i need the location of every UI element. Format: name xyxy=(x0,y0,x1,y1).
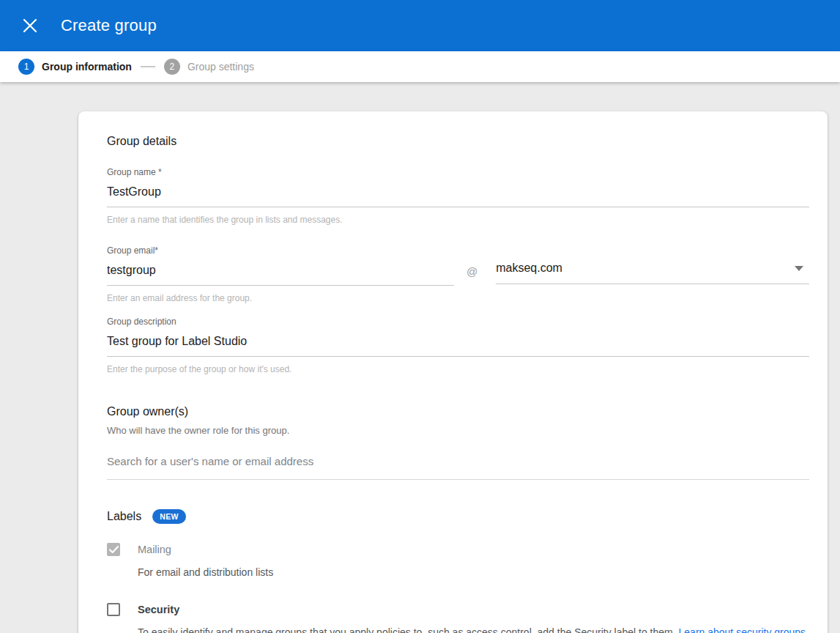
stepper: 1 Group information 2 Group settings xyxy=(0,51,840,82)
step-group-settings[interactable]: 2 Group settings xyxy=(164,59,254,75)
mailing-label-row: Mailing For email and distribution lists xyxy=(107,541,809,580)
owner-search-input[interactable] xyxy=(107,455,809,480)
group-owners-section: Group owner(s) Who will have the owner r… xyxy=(107,405,809,480)
domain-select[interactable]: makseq.com xyxy=(496,262,809,284)
group-description-label: Group description xyxy=(107,316,809,327)
step-1-label: Group information xyxy=(42,61,132,73)
group-name-input[interactable] xyxy=(107,185,809,207)
step-group-information[interactable]: 1 Group information xyxy=(18,59,132,75)
domain-value: makseq.com xyxy=(496,262,562,275)
group-name-helper: Enter a name that identifies the group i… xyxy=(107,215,809,225)
step-2-label: Group settings xyxy=(187,61,254,73)
close-icon[interactable] xyxy=(15,11,45,40)
security-label-row: Security To easily identify and manage g… xyxy=(107,601,809,633)
mailing-checkbox xyxy=(107,543,120,556)
group-email-label: Group email* xyxy=(107,245,454,256)
content-area: Group details Group name * Enter a name … xyxy=(0,82,840,633)
group-email-row: Group email* Enter an email address for … xyxy=(107,245,809,303)
group-description-field: Group description Enter the purpose of t… xyxy=(107,316,809,374)
group-name-field: Group name * Enter a name that identifie… xyxy=(107,167,809,225)
page-title: Create group xyxy=(61,16,157,35)
security-checkbox[interactable] xyxy=(107,603,120,616)
group-description-helper: Enter the purpose of the group or how it… xyxy=(107,364,809,374)
group-details-title: Group details xyxy=(107,135,809,148)
group-email-field: Group email* Enter an email address for … xyxy=(107,245,454,303)
chevron-down-icon xyxy=(795,266,803,271)
checkmark-icon xyxy=(109,546,119,554)
labels-section: Labels NEW Mailing For email and distrib… xyxy=(107,509,809,633)
step-separator xyxy=(141,66,155,67)
mailing-label-name: Mailing xyxy=(138,541,809,555)
new-badge: NEW xyxy=(152,509,186,524)
group-email-input[interactable] xyxy=(107,264,454,286)
at-sign: @ xyxy=(467,265,477,278)
group-description-input[interactable] xyxy=(107,335,809,357)
header-bar: Create group xyxy=(0,0,840,51)
group-name-label: Group name * xyxy=(107,167,809,177)
create-group-page: Create group 1 Group information 2 Group… xyxy=(0,0,840,633)
labels-header: Labels NEW xyxy=(107,509,809,524)
step-1-circle: 1 xyxy=(18,59,34,75)
group-email-helper: Enter an email address for the group. xyxy=(107,293,454,303)
group-owners-title: Group owner(s) xyxy=(107,405,809,418)
learn-about-security-groups-link[interactable]: Learn about security groups xyxy=(679,626,806,633)
group-details-card: Group details Group name * Enter a name … xyxy=(78,111,828,633)
group-owners-helper: Who will have the owner role for this gr… xyxy=(107,425,809,436)
step-2-circle: 2 xyxy=(164,59,180,75)
labels-title: Labels xyxy=(107,510,141,523)
security-label-description: To easily identify and manage groups tha… xyxy=(138,625,809,633)
mailing-label-description: For email and distribution lists xyxy=(138,565,809,580)
security-label-name: Security xyxy=(138,601,809,615)
